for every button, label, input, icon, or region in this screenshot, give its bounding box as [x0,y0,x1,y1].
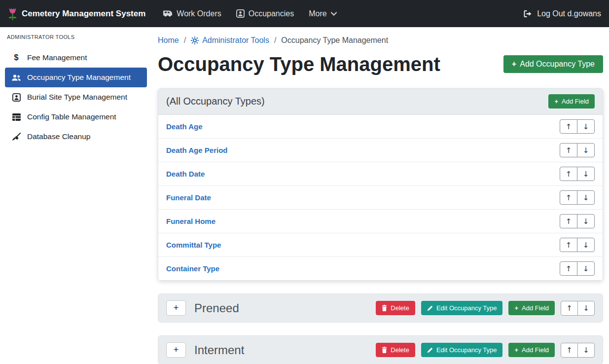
field-link[interactable]: Death Age Period [166,146,227,154]
sidebar-item-fee-management[interactable]: $ Fee Management [5,48,147,68]
sidebar-item-config-table-management[interactable]: Config Table Management [5,107,147,127]
all-occupancy-types-card: (All Occupancy Types) + Add Field Death … [158,88,603,281]
nav-work-orders-label: Work Orders [177,9,221,18]
gear-icon [191,36,199,44]
move-down-button[interactable]: ↓ [577,167,595,181]
broom-icon [11,133,21,141]
reorder-controls: ↑ ↓ [561,343,595,358]
move-up-button[interactable]: ↑ [561,301,578,316]
sidebar-item-label: Occupancy Type Management [27,73,131,82]
edit-occupancy-type-button[interactable]: Edit Occupancy Type [421,343,503,357]
breadcrumb-separator: / [184,36,186,45]
sidebar-item-label: Fee Management [27,53,87,62]
sidebar-item-occupancy-type-management[interactable]: Occupancy Type Management [5,68,147,87]
add-field-button[interactable]: + Add Field [548,94,595,109]
add-field-label: Add Field [562,98,589,105]
move-up-button[interactable]: ↑ [560,190,577,205]
move-down-button[interactable]: ↓ [577,214,595,228]
delete-label: Delete [391,346,409,354]
section-name: Interment [194,343,244,357]
nav-more[interactable]: More [301,0,344,27]
logout-button[interactable]: Log Out d.gowans [523,9,601,18]
portrait-icon [11,93,21,102]
app-brand[interactable]: Cemetery Management System [8,6,145,21]
add-occupancy-type-button[interactable]: + Add Occupancy Type [503,55,603,73]
sidebar-item-burial-site-type-management[interactable]: Burial Site Type Management [5,87,147,107]
logout-icon [523,10,533,18]
reorder-controls: ↑ ↓ [560,143,595,157]
truck-icon [163,10,173,17]
move-down-button[interactable]: ↓ [577,238,595,252]
sidebar-heading: ADMINISTRATOR TOOLS [7,34,147,40]
section-interment: + Interment Delete Edit Occupancy Type + [158,335,603,364]
delete-button[interactable]: Delete [376,301,415,315]
reorder-controls: ↑ ↓ [561,301,595,316]
move-down-button[interactable]: ↓ [577,119,595,134]
edit-occupancy-type-button[interactable]: Edit Occupancy Type [421,301,503,315]
add-field-button[interactable]: + Add Field [508,301,555,315]
reorder-controls: ↑ ↓ [560,167,595,181]
field-row: Death Date ↑ ↓ [158,162,603,185]
move-up-button[interactable]: ↑ [560,214,577,228]
move-up-button[interactable]: ↑ [561,343,578,358]
breadcrumb-current: Occupancy Type Management [281,36,388,45]
expand-section-button[interactable]: + [166,300,186,316]
reorder-controls: ↑ ↓ [560,190,595,205]
field-link[interactable]: Funeral Date [166,193,211,202]
move-down-button[interactable]: ↓ [577,143,595,157]
move-down-button[interactable]: ↓ [577,261,595,276]
card-header: (All Occupancy Types) + Add Field [158,89,603,114]
users-icon [11,74,21,81]
table-icon [11,113,21,121]
field-link[interactable]: Container Type [166,264,219,273]
add-field-button[interactable]: + Add Field [508,343,555,357]
reorder-controls: ↑ ↓ [560,238,595,252]
move-up-button[interactable]: ↑ [560,238,577,252]
move-up-button[interactable]: ↑ [560,119,577,134]
move-down-button[interactable]: ↓ [577,190,595,205]
field-link[interactable]: Committal Type [166,241,221,249]
plus-icon: + [512,60,516,69]
reorder-controls: ↑ ↓ [560,261,595,276]
sidebar-item-label: Burial Site Type Management [27,93,127,102]
main-nav: Work Orders Occupancies More [155,0,344,27]
top-navbar: Cemetery Management System Work Orders O… [0,0,609,27]
sidebar: ADMINISTRATOR TOOLS $ Fee Management Occ… [0,27,152,364]
delete-label: Delete [391,304,409,312]
move-up-button[interactable]: ↑ [560,167,577,181]
breadcrumb-separator: / [274,36,276,45]
plus-icon: + [514,304,518,312]
portrait-icon [236,9,245,18]
plus-icon: + [514,346,518,354]
move-down-button[interactable]: ↓ [577,343,595,358]
field-row: Funeral Home ↑ ↓ [158,209,603,233]
breadcrumb-admin-tools-label: Administrator Tools [202,36,269,45]
add-occupancy-type-label: Add Occupancy Type [520,60,595,69]
move-up-button[interactable]: ↑ [560,261,577,276]
nav-occupancies[interactable]: Occupancies [229,0,302,27]
field-link[interactable]: Funeral Home [166,217,215,225]
edit-occupancy-type-label: Edit Occupancy Type [436,304,497,312]
section-actions: Delete Edit Occupancy Type + Add Field ↑… [376,343,595,358]
field-link[interactable]: Death Date [166,170,205,178]
move-down-button[interactable]: ↓ [577,301,595,316]
sidebar-item-label: Database Cleanup [27,132,90,141]
reorder-controls: ↑ ↓ [560,214,595,228]
reorder-controls: ↑ ↓ [560,119,595,134]
breadcrumb: Home / Administrator Tools / Occupancy T… [158,36,603,45]
delete-button[interactable]: Delete [376,343,415,357]
breadcrumb-home[interactable]: Home [158,36,179,45]
add-field-label: Add Field [522,304,549,312]
nav-work-orders[interactable]: Work Orders [155,0,228,27]
section-actions: Delete Edit Occupancy Type + Add Field ↑… [376,301,595,316]
sidebar-item-database-cleanup[interactable]: Database Cleanup [5,127,147,146]
pencil-icon [427,347,433,353]
expand-section-button[interactable]: + [166,342,186,358]
breadcrumb-admin-tools[interactable]: Administrator Tools [191,36,269,45]
trash-icon [382,347,387,353]
field-link[interactable]: Death Age [166,122,203,131]
move-up-button[interactable]: ↑ [560,143,577,157]
plus-icon: + [554,98,558,105]
section-name: Preneed [194,301,239,315]
field-row: Death Age Period ↑ ↓ [158,138,603,162]
